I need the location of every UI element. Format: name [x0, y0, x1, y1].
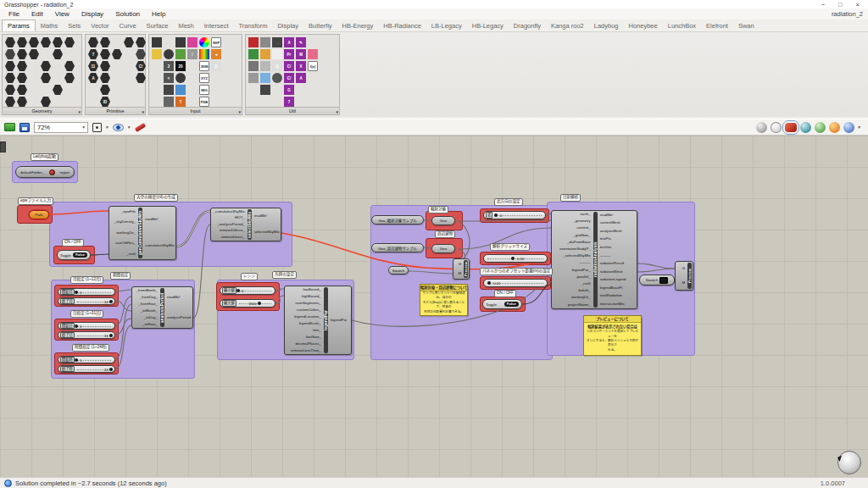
slider-knob[interactable]: [75, 324, 78, 328]
location-param-icon[interactable]: [5, 73, 15, 83]
data-dam-icon[interactable]: [260, 73, 270, 83]
param-swatch[interactable]: Swatch: [388, 266, 409, 274]
clock-icon[interactable]: [175, 73, 186, 83]
surface-param-icon[interactable]: [41, 73, 51, 83]
zoom-dropdown[interactable]: 72% ▾: [34, 122, 88, 133]
close-button[interactable]: ×: [856, 1, 860, 8]
input-port[interactable]: legendLocation_: [285, 315, 323, 319]
menu-help[interactable]: Help: [146, 10, 171, 18]
script-a2-icon[interactable]: A: [284, 37, 294, 47]
time-param-icon[interactable]: [136, 73, 146, 83]
domain-param-icon[interactable]: [100, 73, 110, 83]
tab-butterfly[interactable]: Butterfly: [303, 20, 337, 31]
input-port[interactable]: workingDir_: [552, 296, 593, 299]
param-geo[interactable]: Geo: [431, 216, 455, 225]
slider-track[interactable]: 1: [75, 323, 113, 329]
slider-track[interactable]: 1: [75, 357, 113, 363]
fitness-landscape-icon[interactable]: [260, 49, 270, 59]
definition-canvas[interactable]: _epwFile_skyDensity_workingDir_useOldRes…: [0, 136, 868, 477]
panel-icon[interactable]: [164, 85, 174, 95]
colour-wheel-icon[interactable]: [199, 37, 209, 47]
cluster-icon[interactable]: [260, 37, 270, 47]
output-port[interactable]: readMe!: [253, 214, 281, 218]
input-port[interactable]: _epwFile: [109, 210, 137, 214]
output-port[interactable]: testVec: [598, 246, 637, 249]
data-player-icon[interactable]: @: [211, 61, 221, 71]
path-param-icon[interactable]: [100, 49, 110, 59]
clean-tree-icon[interactable]: [248, 49, 259, 59]
panel-footer-input[interactable]: Input▾: [149, 107, 242, 114]
tab-honeybee[interactable]: Honeybee: [624, 20, 663, 31]
md-slider-icon[interactable]: [164, 97, 174, 107]
mesh-face-param-icon[interactable]: [17, 73, 27, 83]
input-port[interactable]: _toHour_: [132, 323, 159, 326]
number-slider-item[interactable]: 北0: [483, 211, 546, 219]
output-port[interactable]: report: [60, 170, 70, 175]
scribble-icon[interactable]: [248, 73, 259, 83]
input-port[interactable]: _toDay_: [132, 316, 159, 319]
slider-knob[interactable]: [109, 300, 113, 303]
slider-track[interactable]: 12: [75, 298, 113, 304]
tab-mesh[interactable]: Mesh: [173, 20, 198, 31]
output-port[interactable]: ———: [598, 254, 637, 258]
input-port[interactable]: removeDirect_: [211, 236, 247, 239]
input-port[interactable]: lowBound_: [285, 288, 323, 291]
canvas-scroll-corner[interactable]: [0, 141, 6, 152]
component-legendpar[interactable]: lowBound_highBound_numSegments_customCol…: [284, 286, 352, 355]
note-panel[interactable]: プレビューについて輻射結果が表示されない場合はこのコンポーネントを選択してプレビ…: [583, 315, 642, 356]
slider-track[interactable]: 0: [493, 212, 543, 219]
display-blue-sphere-icon[interactable]: [843, 122, 854, 133]
output-port[interactable]: readMe!: [143, 218, 175, 221]
input-port[interactable]: legendScale_: [285, 322, 323, 325]
slider-knob[interactable]: [236, 289, 240, 292]
display-mode-caret-icon[interactable]: ▾: [858, 125, 860, 130]
id-param-icon[interactable]: ID: [100, 97, 110, 107]
output-port[interactable]: intersectionMtx: [598, 302, 637, 306]
tab-hb-energy[interactable]: HB-Energy: [337, 20, 379, 31]
import-banner-icon[interactable]: T: [175, 97, 186, 107]
input-port[interactable]: font_: [285, 329, 323, 332]
input-port[interactable]: G: [453, 263, 463, 266]
panel-expand-icon[interactable]: ▾: [238, 109, 241, 114]
minimize-button[interactable]: −: [821, 1, 825, 8]
read-file-icon[interactable]: ◄: [211, 49, 221, 59]
tab-intersect[interactable]: Intersect: [199, 20, 234, 31]
output-port[interactable]: analysisMesh: [598, 230, 637, 233]
script-csharp-icon[interactable]: C/: [284, 61, 294, 71]
number-slider-item[interactable]: 終了日31: [58, 331, 115, 339]
tab-maths[interactable]: Maths: [36, 20, 63, 31]
subd-param-icon[interactable]: [17, 85, 27, 95]
slider-track[interactable]: 0.30: [486, 255, 545, 262]
timer-icon[interactable]: [272, 73, 282, 83]
script-gh-icon[interactable]: G: [284, 85, 294, 95]
slider-knob[interactable]: [511, 257, 515, 260]
input-port[interactable]: bakeIt_: [552, 289, 593, 292]
input-port[interactable]: _runIt: [552, 282, 593, 286]
import-file-icon[interactable]: [152, 37, 162, 47]
value-list-icon[interactable]: ≡: [164, 73, 174, 83]
input-port[interactable]: orientationStudyP_: [552, 247, 593, 251]
component-analysisperiod[interactable]: _fromMonth__fromDay__fromHour__toMonth__…: [131, 286, 193, 329]
panel-footer-util[interactable]: Util▾: [246, 107, 339, 114]
save-file-icon[interactable]: [19, 123, 30, 132]
input-port[interactable]: M: [453, 272, 463, 275]
tab-curve[interactable]: Curve: [114, 20, 142, 31]
import-pdb-icon[interactable]: PDB: [199, 97, 209, 107]
point-cloud-param-icon[interactable]: [5, 97, 15, 107]
input-port[interactable]: useOldRes_: [109, 241, 137, 245]
matrix-param-icon[interactable]: 11: [88, 61, 98, 71]
component-gencumulativeskymtx[interactable]: _epwFile_skyDensity_workingDir_useOldRes…: [108, 206, 176, 260]
input-port[interactable]: fontSize_: [285, 336, 323, 339]
gradient-icon[interactable]: [199, 49, 209, 59]
slider-knob[interactable]: [75, 291, 78, 294]
param-geo[interactable]: Geo_輻射対象サンプル: [371, 215, 424, 225]
input-port[interactable]: _selectedSkyMtx: [552, 254, 593, 258]
tab-lunchbox[interactable]: LunchBox: [663, 20, 701, 31]
output-port[interactable]: cumulativeSkyMtx: [143, 244, 175, 247]
output-port[interactable]: radiationLegend: [598, 278, 637, 281]
tab-dragonfly[interactable]: Dragonfly: [509, 20, 546, 31]
input-port[interactable]: removeDiffuse_: [211, 229, 247, 232]
input-port[interactable]: _fromHour_: [132, 302, 159, 306]
brep-param-icon[interactable]: [53, 37, 63, 47]
zoom-extents-caret-icon[interactable]: ▾: [106, 125, 108, 130]
